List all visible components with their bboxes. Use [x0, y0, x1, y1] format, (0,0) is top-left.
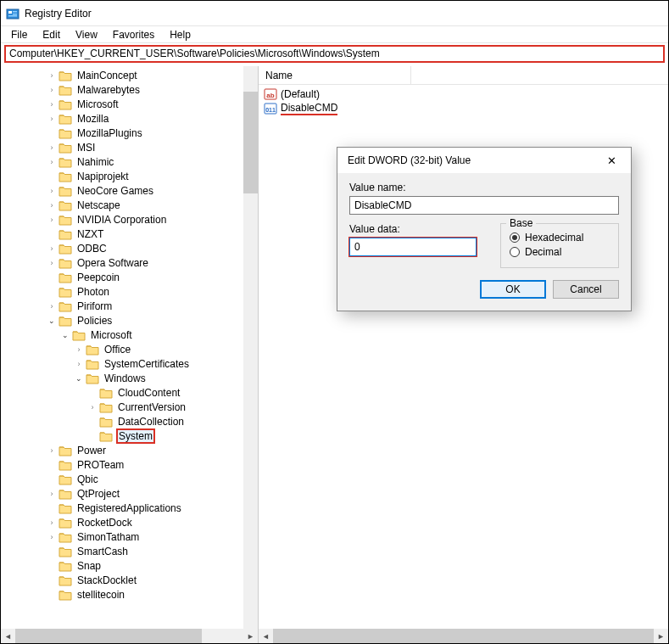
chevron-right-icon[interactable]: › — [87, 402, 98, 412]
chevron-right-icon[interactable]: › — [47, 532, 57, 542]
tree-item-photon[interactable]: Photon — [6, 284, 258, 299]
column-name[interactable]: Name — [259, 66, 411, 84]
app-icon — [6, 7, 20, 20]
chevron-down-icon[interactable]: ⌄ — [60, 330, 70, 340]
tree-item-napiprojekt[interactable]: Napiprojekt — [6, 169, 258, 183]
tree-item-simontatham[interactable]: ›SimonTatham — [6, 529, 258, 544]
tree-toggle-none — [47, 272, 57, 283]
tree-item-qbic[interactable]: Qbic — [6, 472, 258, 486]
menu-file[interactable]: File — [4, 28, 34, 42]
folder-icon — [59, 286, 72, 298]
tree-item-mainconcept[interactable]: ›MainConcept — [6, 68, 258, 82]
tree-item-label: MSI — [75, 142, 97, 154]
tree-item-power[interactable]: ›Power — [6, 443, 258, 457]
value-data-input[interactable] — [349, 238, 477, 256]
chevron-right-icon[interactable]: › — [47, 301, 57, 311]
tree-item-label: MainConcept — [75, 70, 139, 81]
chevron-right-icon[interactable]: › — [47, 70, 57, 81]
chevron-right-icon[interactable]: › — [47, 258, 57, 268]
list-item[interactable]: ab(Default) — [264, 87, 663, 101]
tree-item-label: CurrentVersion — [116, 401, 187, 413]
chevron-right-icon[interactable]: › — [47, 157, 57, 167]
chevron-right-icon[interactable]: › — [47, 215, 57, 225]
tree-item-qtproject[interactable]: ›QtProject — [6, 486, 258, 501]
menu-view[interactable]: View — [69, 28, 104, 42]
tree-item-stackdocklet[interactable]: StackDocklet — [6, 573, 258, 587]
menu-favorites[interactable]: Favorites — [106, 28, 161, 42]
tree-item-proteam[interactable]: PROTeam — [6, 457, 258, 472]
radio-decimal[interactable]: Decimal — [510, 246, 610, 258]
tree-item-cloudcontent[interactable]: CloudContent — [6, 385, 258, 400]
tree-item-malwarebytes[interactable]: ›Malwarebytes — [6, 82, 258, 97]
chevron-right-icon[interactable]: › — [47, 244, 57, 254]
menu-edit[interactable]: Edit — [36, 28, 67, 42]
tree-item-registeredapplications[interactable]: RegisteredApplications — [6, 501, 258, 515]
tree-item-system[interactable]: System — [6, 428, 258, 443]
tree-item-nzxt[interactable]: NZXT — [6, 227, 258, 241]
tree-item-snap[interactable]: Snap — [6, 558, 258, 573]
list-item[interactable]: 011DisableCMD — [264, 101, 663, 115]
tree-pane: ›MainConcept›Malwarebytes›Microsoft›Mozi… — [1, 66, 259, 643]
tree-item-piriform[interactable]: ›Piriform — [6, 299, 258, 313]
chevron-right-icon[interactable]: › — [47, 85, 57, 95]
chevron-right-icon[interactable]: › — [47, 489, 57, 499]
value-name-input[interactable] — [349, 196, 619, 215]
tree-item-netscape[interactable]: ›Netscape — [6, 198, 258, 212]
tree-item-mozilla[interactable]: ›Mozilla — [6, 111, 258, 126]
chevron-right-icon[interactable]: › — [47, 143, 57, 153]
folder-icon — [59, 142, 72, 154]
svg-rect-3 — [13, 14, 17, 15]
scroll-left-icon[interactable]: ◄ — [1, 629, 15, 643]
chevron-right-icon[interactable]: › — [47, 186, 57, 196]
chevron-right-icon[interactable]: › — [47, 445, 57, 456]
chevron-down-icon[interactable]: ⌄ — [74, 373, 84, 384]
tree-item-windows[interactable]: ⌄Windows — [6, 371, 258, 385]
tree-item-label: stellitecoin — [75, 589, 126, 601]
close-icon[interactable]: ✕ — [599, 154, 624, 167]
tree[interactable]: ›MainConcept›Malwarebytes›Microsoft›Mozi… — [1, 66, 258, 603]
tree-item-neocore-games[interactable]: ›NeoCore Games — [6, 183, 258, 198]
scroll-right-icon[interactable]: ► — [243, 629, 258, 643]
tree-item-rocketdock[interactable]: ›RocketDock — [6, 515, 258, 529]
base-label: Base — [506, 217, 536, 229]
tree-item-nvidia-corporation[interactable]: ›NVIDIA Corporation — [6, 212, 258, 227]
tree-item-odbc[interactable]: ›ODBC — [6, 241, 258, 255]
tree-item-label: System — [116, 428, 155, 444]
list-header[interactable]: Name — [259, 66, 668, 85]
ok-button[interactable]: OK — [480, 280, 546, 299]
list-hscroll[interactable]: ◄ ► — [259, 629, 668, 643]
chevron-down-icon[interactable]: ⌄ — [47, 316, 57, 326]
tree-item-currentversion[interactable]: ›CurrentVersion — [6, 400, 258, 414]
tree-item-smartcash[interactable]: SmartCash — [6, 544, 258, 558]
tree-item-microsoft[interactable]: ⌄Microsoft — [6, 328, 258, 342]
tree-item-microsoft[interactable]: ›Microsoft — [6, 97, 258, 111]
tree-vscroll[interactable] — [243, 66, 258, 629]
tree-item-peepcoin[interactable]: Peepcoin — [6, 270, 258, 284]
chevron-right-icon[interactable]: › — [47, 114, 57, 124]
scroll-right-icon[interactable]: ► — [654, 629, 668, 643]
scroll-left-icon[interactable]: ◄ — [259, 629, 273, 643]
tree-toggle-none — [47, 590, 57, 600]
chevron-right-icon[interactable]: › — [47, 99, 57, 109]
radio-hexadecimal[interactable]: Hexadecimal — [510, 232, 610, 244]
tree-item-datacollection[interactable]: DataCollection — [6, 414, 258, 428]
tree-item-office[interactable]: ›Office — [6, 342, 258, 356]
tree-item-stellitecoin[interactable]: stellitecoin — [6, 587, 258, 602]
tree-item-nahimic[interactable]: ›Nahimic — [6, 154, 258, 169]
list-body[interactable]: ab(Default)011DisableCMD — [259, 85, 668, 117]
cancel-button[interactable]: Cancel — [553, 280, 619, 299]
tree-hscroll[interactable]: ◄ ► — [1, 629, 258, 643]
menu-help[interactable]: Help — [163, 28, 198, 42]
dialog-titlebar[interactable]: Edit DWORD (32-bit) Value ✕ — [337, 148, 631, 173]
chevron-right-icon[interactable]: › — [74, 359, 84, 369]
chevron-right-icon[interactable]: › — [47, 518, 57, 528]
tree-item-policies[interactable]: ⌄Policies — [6, 313, 258, 328]
tree-item-systemcertificates[interactable]: ›SystemCertificates — [6, 356, 258, 371]
address-bar[interactable]: Computer\HKEY_CURRENT_USER\Software\Poli… — [4, 45, 665, 63]
chevron-right-icon[interactable]: › — [47, 200, 57, 210]
tree-item-label: ODBC — [75, 243, 109, 255]
tree-item-mozillaplugins[interactable]: MozillaPlugins — [6, 126, 258, 140]
tree-item-msi[interactable]: ›MSI — [6, 140, 258, 154]
chevron-right-icon[interactable]: › — [74, 344, 84, 355]
tree-item-opera-software[interactable]: ›Opera Software — [6, 255, 258, 270]
